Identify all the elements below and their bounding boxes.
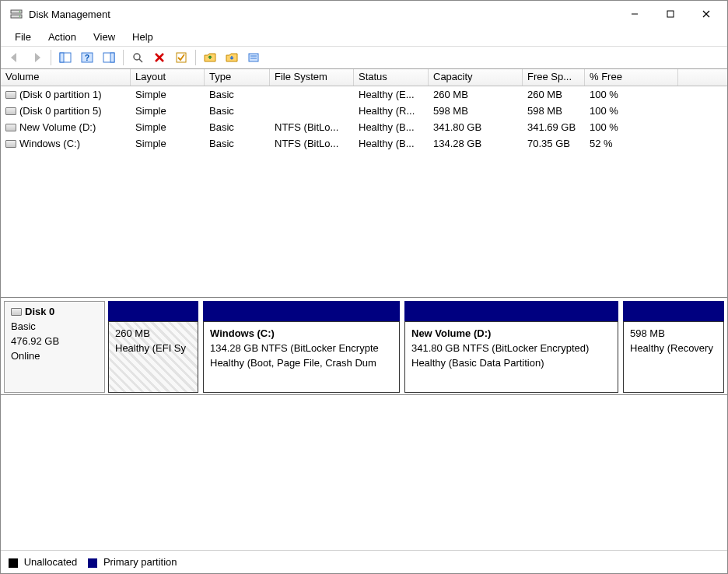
menu-view[interactable]: View bbox=[86, 29, 123, 45]
col-status[interactable]: Status bbox=[354, 69, 429, 86]
volume-fs bbox=[270, 110, 354, 112]
svg-rect-13 bbox=[110, 53, 114, 62]
toolbar-separator bbox=[123, 50, 124, 65]
volume-capacity: 134.28 GB bbox=[429, 137, 523, 150]
maximize-button[interactable] bbox=[653, 2, 688, 26]
partition-color-strip bbox=[108, 301, 198, 321]
toolbar: ? bbox=[1, 46, 727, 69]
legend: Unallocated Primary partition bbox=[1, 550, 727, 573]
legend-item-unallocated: Unallocated bbox=[9, 556, 77, 568]
volume-status: Healthy (B... bbox=[354, 137, 429, 150]
volume-free: 260 MB bbox=[523, 88, 585, 101]
volume-capacity: 260 MB bbox=[429, 88, 523, 101]
legend-label-primary: Primary partition bbox=[103, 556, 177, 568]
close-button[interactable] bbox=[688, 2, 724, 26]
partition-block[interactable]: 260 MB Healthy (EFI Sy bbox=[108, 321, 198, 393]
volume-layout: Simple bbox=[131, 121, 205, 134]
partition-line1: 134.28 GB NTFS (BitLocker Encrypte bbox=[210, 341, 393, 356]
legend-item-primary: Primary partition bbox=[88, 556, 177, 568]
forward-button[interactable] bbox=[27, 48, 46, 67]
col-percent-free[interactable]: % Free bbox=[585, 69, 678, 86]
toolbar-separator bbox=[51, 50, 51, 65]
svg-point-2 bbox=[19, 11, 21, 12]
partition-line1: 260 MB bbox=[115, 327, 191, 341]
volume-name: (Disk 0 partition 1) bbox=[19, 89, 101, 100]
col-free-space[interactable]: Free Sp... bbox=[523, 69, 585, 86]
svg-line-15 bbox=[139, 59, 142, 62]
svg-rect-9 bbox=[60, 53, 64, 62]
partition-line2: Healthy (Boot, Page File, Crash Dum bbox=[210, 356, 393, 371]
volume-pct: 52 % bbox=[585, 137, 678, 150]
volume-row[interactable]: (Disk 0 partition 5) Simple Basic Health… bbox=[1, 103, 727, 119]
volume-row[interactable]: (Disk 0 partition 1) Simple Basic Health… bbox=[1, 86, 727, 103]
volume-free: 598 MB bbox=[523, 104, 585, 117]
disk-name: Disk 0 bbox=[25, 305, 54, 320]
toolbar-separator bbox=[195, 50, 196, 65]
volume-free: 341.69 GB bbox=[523, 121, 585, 134]
col-volume[interactable]: Volume bbox=[1, 69, 131, 86]
disk-state: Online bbox=[11, 349, 98, 364]
col-file-system[interactable]: File System bbox=[270, 69, 354, 86]
volume-list-header: Volume Layout Type File System Status Ca… bbox=[1, 69, 727, 86]
col-type[interactable]: Type bbox=[205, 69, 270, 86]
volume-status: Healthy (E... bbox=[354, 88, 429, 101]
show-hide-action-pane-button[interactable] bbox=[100, 48, 118, 67]
partition-line1: 598 MB bbox=[630, 327, 717, 341]
minimize-button[interactable] bbox=[617, 2, 653, 26]
drive-icon bbox=[5, 91, 16, 99]
volume-status: Healthy (B... bbox=[354, 121, 429, 134]
volume-name: (Disk 0 partition 5) bbox=[19, 105, 101, 117]
volume-list-panel: Volume Layout Type File System Status Ca… bbox=[1, 69, 727, 298]
volume-pct: 100 % bbox=[585, 88, 678, 101]
show-hide-console-tree-button[interactable] bbox=[56, 48, 75, 67]
partition-line2: Healthy (Basic Data Partition) bbox=[411, 356, 611, 371]
volume-pct: 100 % bbox=[585, 121, 678, 134]
settings-icon[interactable] bbox=[244, 48, 263, 67]
partition-title: New Volume (D:) bbox=[411, 327, 611, 341]
svg-text:?: ? bbox=[85, 54, 89, 62]
partition-color-strip bbox=[404, 301, 618, 321]
col-layout[interactable]: Layout bbox=[131, 69, 205, 86]
menu-action[interactable]: Action bbox=[40, 29, 84, 45]
col-capacity[interactable]: Capacity bbox=[429, 69, 523, 86]
folder-down-icon[interactable] bbox=[222, 48, 241, 67]
app-icon bbox=[10, 8, 23, 20]
disk-type: Basic bbox=[11, 320, 98, 334]
partition-block[interactable]: Windows (C:) 134.28 GB NTFS (BitLocker E… bbox=[203, 321, 400, 393]
volume-free: 70.35 GB bbox=[523, 137, 585, 150]
partition-line1: 341.80 GB NTFS (BitLocker Encrypted) bbox=[411, 341, 611, 356]
svg-rect-19 bbox=[249, 54, 258, 61]
disk-graphical-panel: Disk 0 Basic 476.92 GB Online 260 MB Hea… bbox=[1, 298, 727, 395]
partition-block[interactable]: 598 MB Healthy (Recovery bbox=[623, 321, 724, 393]
partition-color-strip bbox=[203, 301, 400, 321]
disk-icon bbox=[11, 308, 22, 316]
volume-fs bbox=[270, 94, 354, 96]
svg-point-3 bbox=[19, 16, 21, 17]
volume-row[interactable]: New Volume (D:) Simple Basic NTFS (BitLo… bbox=[1, 119, 727, 135]
delete-icon[interactable] bbox=[150, 48, 169, 67]
folder-up-icon[interactable] bbox=[201, 48, 219, 67]
volume-pct: 100 % bbox=[585, 104, 678, 117]
refresh-button[interactable] bbox=[128, 48, 147, 67]
volume-capacity: 341.80 GB bbox=[429, 121, 523, 134]
properties-button[interactable] bbox=[172, 48, 191, 67]
back-button[interactable] bbox=[5, 48, 24, 67]
svg-rect-5 bbox=[667, 11, 674, 17]
drive-icon bbox=[5, 124, 16, 131]
empty-area bbox=[1, 395, 727, 550]
partition-title: Windows (C:) bbox=[210, 327, 393, 341]
volume-type: Basic bbox=[205, 121, 270, 134]
volume-capacity: 598 MB bbox=[429, 104, 523, 117]
swatch-primary bbox=[88, 558, 97, 568]
disk-info[interactable]: Disk 0 Basic 476.92 GB Online bbox=[4, 301, 105, 393]
partition-color-strip bbox=[623, 301, 724, 321]
volume-layout: Simple bbox=[131, 88, 205, 101]
menu-help[interactable]: Help bbox=[124, 29, 161, 45]
swatch-unallocated bbox=[9, 558, 18, 568]
menu-file[interactable]: File bbox=[7, 29, 39, 45]
disk-row: Disk 0 Basic 476.92 GB Online 260 MB Hea… bbox=[1, 298, 727, 394]
help-button[interactable]: ? bbox=[78, 48, 96, 67]
partition-block[interactable]: New Volume (D:) 341.80 GB NTFS (BitLocke… bbox=[404, 321, 618, 393]
volume-list-rows: (Disk 0 partition 1) Simple Basic Health… bbox=[1, 86, 727, 297]
volume-row[interactable]: Windows (C:) Simple Basic NTFS (BitLo...… bbox=[1, 135, 727, 152]
